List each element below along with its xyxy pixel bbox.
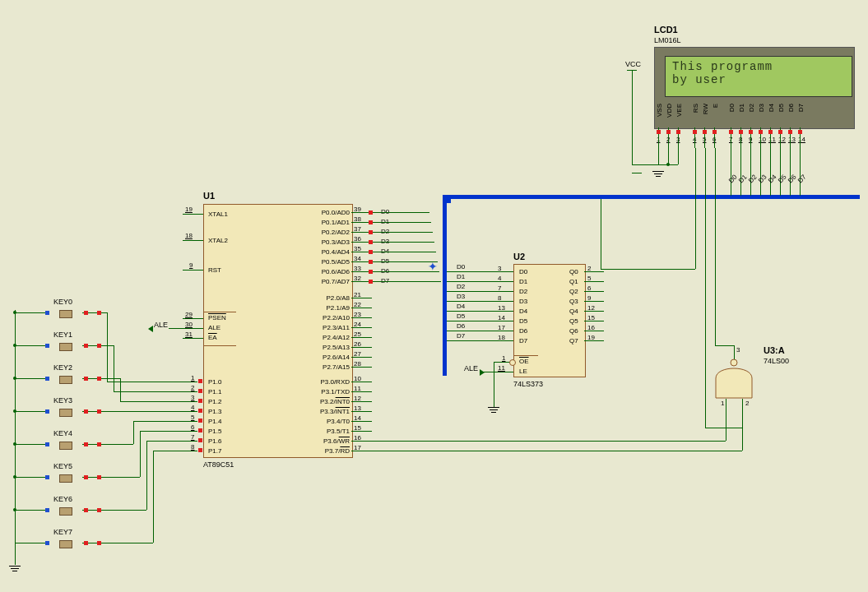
lcd-ref: LCD1 [654, 25, 678, 35]
u3-part: 74LS00 [764, 357, 789, 365]
key-4[interactable] [49, 439, 82, 451]
lcd-part: LM016L [654, 36, 681, 44]
key-7-label: KEY7 [53, 528, 72, 536]
key-6[interactable] [49, 505, 82, 516]
key-0-label: KEY0 [53, 298, 72, 306]
key-3[interactable] [49, 406, 82, 418]
gnd-u2 [488, 407, 499, 413]
cursor-marker: ✦ [428, 260, 438, 273]
key-3-label: KEY3 [53, 396, 72, 405]
key-4-label: KEY4 [53, 429, 72, 437]
address-bus-v [443, 195, 447, 376]
u3-ref: U3:A [764, 345, 785, 355]
key-1-label: KEY1 [53, 331, 72, 339]
key-5-label: KEY5 [53, 462, 72, 470]
address-bus-h [443, 195, 860, 199]
key-2-label: KEY2 [53, 363, 72, 372]
lcd-line1: This programm [672, 60, 845, 73]
u2-ref: U2 [513, 252, 525, 261]
key-0[interactable] [49, 308, 82, 319]
key-7[interactable] [49, 538, 82, 549]
gnd-lcd [652, 171, 664, 177]
u3-body[interactable] [709, 355, 759, 408]
u2-part: 74LS373 [513, 380, 543, 388]
svg-point-0 [731, 359, 737, 366]
u1-ref: U1 [203, 191, 215, 201]
key-1[interactable] [49, 340, 82, 352]
vcc-label: VCC [625, 60, 641, 68]
u1-part: AT89C51 [203, 460, 234, 469]
key-2[interactable] [49, 373, 82, 385]
gnd-keys [9, 566, 21, 571]
key-5[interactable] [49, 472, 82, 483]
lcd-screen: This programm by user [665, 56, 852, 97]
lcd-line2: by user [672, 73, 845, 86]
key-6-label: KEY6 [53, 495, 72, 503]
